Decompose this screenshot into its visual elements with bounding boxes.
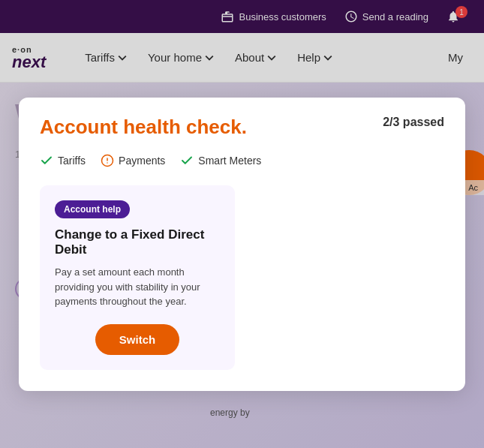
account-help-badge: Account help	[55, 200, 130, 218]
passed-badge: 2/3 passed	[383, 116, 444, 129]
payments-warning-icon	[101, 154, 114, 167]
smart-meters-check-label: Smart Meters	[198, 155, 261, 167]
modal-title: Account health check.	[40, 116, 247, 139]
smart-meters-check-icon	[180, 154, 194, 167]
account-health-modal: Account health check. 2/3 passed Tariffs…	[19, 98, 465, 391]
check-items-list: Tariffs Payments Smart Meters	[40, 154, 444, 167]
check-item-tariffs: Tariffs	[40, 154, 86, 167]
tariffs-check-icon	[40, 154, 53, 167]
account-help-card: Account help Change to a Fixed Direct De…	[40, 185, 235, 370]
card-title: Change to a Fixed Direct Debit	[55, 227, 220, 257]
tariffs-check-label: Tariffs	[58, 155, 86, 167]
check-item-smart-meters: Smart Meters	[180, 154, 261, 167]
switch-button[interactable]: Switch	[95, 324, 179, 355]
check-item-payments: Payments	[101, 154, 165, 167]
modal-header: Account health check. 2/3 passed	[40, 116, 444, 139]
card-description: Pay a set amount each month providing yo…	[55, 265, 220, 309]
payments-check-label: Payments	[119, 155, 165, 167]
